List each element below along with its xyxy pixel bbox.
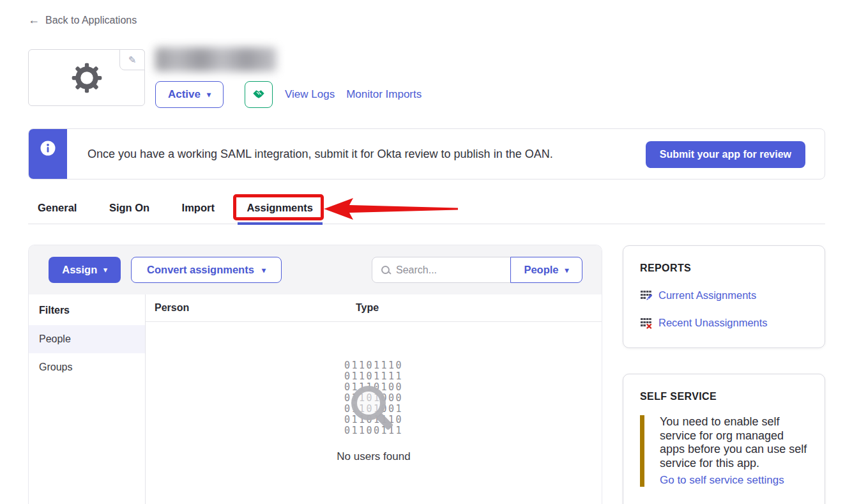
assign-button[interactable]: Assign ▾ <box>49 257 121 283</box>
back-to-applications-link[interactable]: ← Back to Applications <box>28 13 137 27</box>
empty-state: 01101110 01101111 01110100 01101000 0110… <box>146 322 602 463</box>
info-banner-badge <box>29 129 67 179</box>
search-icon <box>381 266 390 274</box>
self-service-settings-link[interactable]: Go to self service settings <box>660 474 784 487</box>
back-arrow-icon: ← <box>28 13 40 27</box>
current-assignments-link[interactable]: Current Assignments <box>640 289 808 302</box>
assign-button-label: Assign <box>62 264 97 276</box>
tab-import[interactable]: Import <box>182 195 215 220</box>
filters-title: Filters <box>29 302 145 325</box>
assignments-toolbar: Assign ▾ Convert assignments ▾ People ▾ <box>29 245 602 294</box>
report-assignments-icon <box>640 289 652 302</box>
search-scope-dropdown[interactable]: People ▾ <box>510 257 582 283</box>
search-box <box>372 257 511 283</box>
search-scope-label: People <box>524 264 558 276</box>
chevron-down-icon: ▾ <box>207 90 211 99</box>
info-icon <box>40 140 56 157</box>
annotation-highlight-box <box>233 194 324 220</box>
search-input[interactable] <box>396 264 498 276</box>
banner-message: Once you have a working SAML integration… <box>87 148 553 161</box>
recent-unassignments-label: Recent Unassignments <box>658 317 768 329</box>
view-logs-link[interactable]: View Logs <box>285 88 335 101</box>
convert-assignments-button[interactable]: Convert assignments ▾ <box>131 257 282 283</box>
binary-line: 01101110 <box>146 360 602 371</box>
chevron-down-icon: ▾ <box>565 266 569 275</box>
column-header-person: Person <box>146 302 347 314</box>
current-assignments-label: Current Assignments <box>658 289 756 302</box>
chevron-down-icon: ▾ <box>103 266 107 274</box>
submit-app-review-button[interactable]: Submit your app for review <box>646 141 805 168</box>
reports-card: REPORTS Current Assignments Recent Unass… <box>623 245 825 348</box>
recent-unassignments-link[interactable]: Recent Unassignments <box>640 317 808 329</box>
binary-line: 01101111 <box>146 371 602 382</box>
self-service-card: SELF SERVICE You need to enable self ser… <box>623 374 825 504</box>
tab-general[interactable]: General <box>38 195 77 220</box>
chevron-down-icon: ▾ <box>262 266 266 275</box>
self-service-message: You need to enable self service for org … <box>660 415 808 470</box>
filter-item-people[interactable]: People <box>29 325 145 353</box>
edit-logo-button[interactable]: ✎ <box>119 49 145 70</box>
status-dropdown[interactable]: Active ▾ <box>155 81 224 108</box>
monitor-imports-link[interactable]: Monitor Imports <box>346 88 422 101</box>
filter-item-groups[interactable]: Groups <box>29 353 145 381</box>
app-header-actions: Active ▾ View Logs Monitor Imports <box>155 81 422 108</box>
reports-title: REPORTS <box>640 263 808 274</box>
binary-line: 01100111 <box>146 425 602 436</box>
self-service-title: SELF SERVICE <box>640 391 808 402</box>
pencil-icon: ✎ <box>128 54 137 66</box>
filters-panel: Filters People Groups <box>29 294 146 504</box>
back-link-label: Back to Applications <box>45 15 137 26</box>
status-label: Active <box>168 88 201 101</box>
binary-line: 01101001 <box>146 404 602 415</box>
convert-button-label: Convert assignments <box>147 264 254 276</box>
search-group: People ▾ <box>372 257 582 283</box>
binary-line: 01110100 <box>146 382 602 393</box>
tab-sign-on[interactable]: Sign On <box>109 195 149 220</box>
oin-handshake-button[interactable] <box>245 81 273 108</box>
active-tab-underline <box>238 222 323 225</box>
empty-state-binary-art: 01101110 01101111 01110100 01101000 0110… <box>146 360 602 436</box>
empty-state-message: No users found <box>146 450 602 463</box>
gear-icon <box>71 62 103 94</box>
app-logo-box: ✎ <box>28 49 145 106</box>
app-name-redacted <box>155 47 277 72</box>
assignments-table: Person Type 01101110 01101111 01110100 0… <box>146 294 602 504</box>
annotation-arrow <box>324 196 459 222</box>
binary-line: 01101110 <box>146 415 602 425</box>
self-service-callout: You need to enable self service for org … <box>640 415 808 487</box>
binary-line: 01101000 <box>146 393 602 404</box>
column-header-type: Type <box>347 302 379 314</box>
assignments-panel: Assign ▾ Convert assignments ▾ People ▾ … <box>28 245 602 504</box>
info-banner: Once you have a working SAML integration… <box>28 128 825 179</box>
handshake-icon <box>252 88 266 102</box>
report-unassignments-icon <box>640 317 652 329</box>
table-header-row: Person Type <box>146 294 602 322</box>
